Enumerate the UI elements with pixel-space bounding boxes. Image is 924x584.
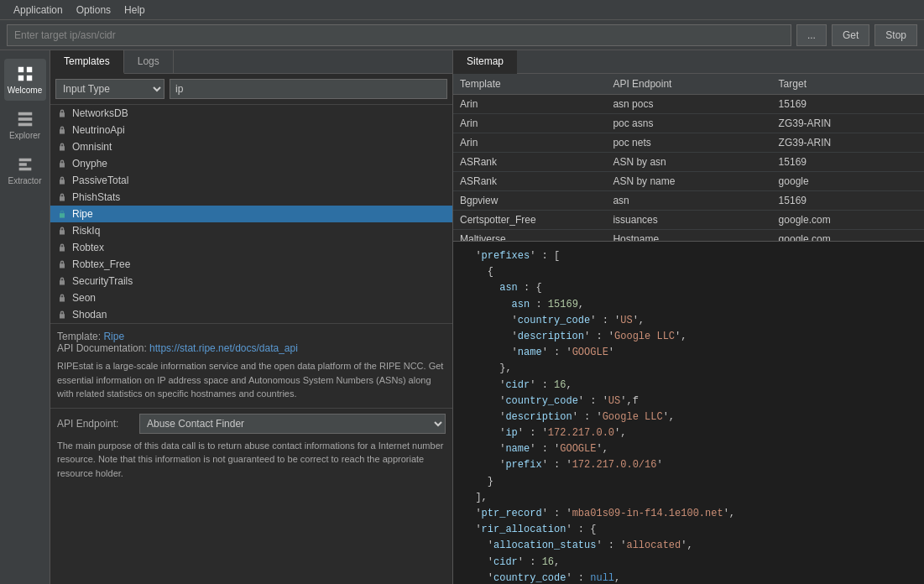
table-cell-target: 15169 [772,191,924,211]
table-cell-template: Maltiverse [453,230,606,242]
template-link[interactable]: Ripe [103,331,124,342]
table-row[interactable]: Arinasn pocs15169 [453,95,924,114]
col-endpoint: API Endpoint [606,74,771,95]
table-row[interactable]: Bgpviewasn15169 [453,191,924,211]
table-cell-target: 15169 [772,153,924,172]
list-item[interactable]: Shodan [50,306,452,323]
results-table: Template API Endpoint Target Arinasn poc… [453,74,924,242]
menu-application[interactable]: Application [7,3,70,18]
template-name: Seon [72,292,96,304]
left-panel: Templates Logs Input Type ip asn domain … [50,50,453,584]
table-cell-endpoint: ASN by asn [606,153,771,172]
template-name: Shodan [72,309,107,321]
left-tabs: Templates Logs [50,50,452,74]
list-item[interactable]: Omnisint [50,138,452,155]
template-name: NetworksDB [72,107,128,119]
lock-icon [57,175,67,185]
template-name: NeutrinoApi [72,124,125,136]
table-cell-endpoint: issuances [606,211,771,230]
table-row[interactable]: ASRankASN by namegoogle [453,172,924,191]
table-row[interactable]: Arinpoc netsZG39-ARIN [453,133,924,153]
api-endpoint-label: API Endpoint: [57,418,133,430]
stop-button[interactable]: Stop [874,24,917,46]
input-type-select[interactable]: Input Type ip asn domain [55,79,164,99]
get-button[interactable]: Get [832,24,869,46]
table-cell-template: ASRank [453,153,606,172]
list-item[interactable]: Onyphe [50,155,452,172]
toolbar: ... Get Stop [0,20,924,50]
table-row[interactable]: Arinpoc asnsZG39-ARIN [453,114,924,133]
template-name: Robtex_Free [72,258,130,270]
api-endpoint-select[interactable]: Abuse Contact Finder IP Overview Prefix … [139,414,446,434]
filter-input[interactable] [170,79,447,99]
table-cell-template: Bgpview [453,191,606,211]
api-endpoint-description: The main purpose of this data call is to… [57,439,446,481]
sidebar-welcome-label: Welcome [8,86,43,95]
table-cell-template: Certspotter_Free [453,211,606,230]
svg-rect-3 [26,76,31,81]
main-layout: Welcome Explorer Extractor Templates Log… [0,50,924,584]
menu-options[interactable]: Options [70,3,117,18]
extractor-icon [16,155,34,174]
tab-logs[interactable]: Logs [124,50,174,73]
table-cell-endpoint: asn pocs [606,95,771,114]
template-name: SecurityTrails [72,275,133,287]
table-cell-template: Arin [453,95,606,114]
menu-help[interactable]: Help [117,3,152,18]
list-item[interactable]: NeutrinoApi [50,122,452,138]
lock-icon [57,108,67,118]
lock-icon [57,310,67,320]
list-item[interactable]: RiskIq [50,222,452,239]
api-doc-label: API Documentation: [57,342,147,354]
col-template: Template [453,74,606,95]
table-cell-endpoint: asn [606,191,771,211]
table-row[interactable]: Certspotter_Freeissuancesgoogle.com [453,211,924,230]
json-viewer: 'prefixes' : [ { asn : { asn : 15169, 'c… [453,242,924,584]
dots-button[interactable]: ... [796,24,827,46]
api-doc-link[interactable]: https://stat.ripe.net/docs/data_api [149,342,298,354]
template-name: PhishStats [72,191,120,203]
sidebar-item-explorer[interactable]: Explorer [4,104,46,146]
table-row[interactable]: MaltiverseHostnamegoogle.com [453,230,924,242]
table-cell-template: ASRank [453,172,606,191]
template-name: RiskIq [72,225,100,237]
table-cell-endpoint: ASN by name [606,172,771,191]
sidebar-icons: Welcome Explorer Extractor [0,50,50,584]
table-cell-target: google [772,172,924,191]
info-section: Template: Ripe API Documentation: https:… [50,323,452,408]
list-item[interactable]: Robtex [50,239,452,256]
table-cell-target: 15169 [772,95,924,114]
list-item[interactable]: Seon [50,289,452,306]
list-item[interactable]: PhishStats [50,189,452,206]
svg-rect-5 [18,117,32,121]
sidebar-item-extractor[interactable]: Extractor [4,149,46,191]
sidebar-item-welcome[interactable]: Welcome [4,59,46,101]
template-name: Robtex [72,242,104,253]
list-item[interactable]: Robtex_Free [50,256,452,273]
table-row[interactable]: ASRankASN by asn15169 [453,153,924,172]
list-item[interactable]: NetworksDB [50,105,452,122]
results-table-wrapper: Template API Endpoint Target Arinasn poc… [453,74,924,242]
lock-open-icon [57,209,67,219]
template-list: NetworksDB NeutrinoApi Omnisint Onyphe P… [50,105,452,323]
template-name: Ripe [72,208,93,220]
lock-icon [57,226,67,236]
list-item[interactable]: PassiveTotal [50,172,452,189]
table-cell-target: ZG39-ARIN [772,114,924,133]
grid-icon [16,65,34,83]
col-target: Target [772,74,924,95]
table-cell-template: Arin [453,114,606,133]
table-cell-target: ZG39-ARIN [772,133,924,153]
list-item[interactable]: SecurityTrails [50,273,452,289]
target-input[interactable] [7,24,791,46]
tab-sitemap[interactable]: Sitemap [453,50,517,74]
table-cell-template: Arin [453,133,606,153]
lock-icon [57,242,67,253]
table-cell-endpoint: Hostname [606,230,771,242]
svg-rect-4 [18,112,32,116]
svg-rect-6 [18,123,32,127]
explorer-icon [16,110,34,128]
list-item-ripe[interactable]: Ripe [50,206,452,222]
svg-rect-0 [18,67,23,72]
tab-templates[interactable]: Templates [50,50,124,74]
